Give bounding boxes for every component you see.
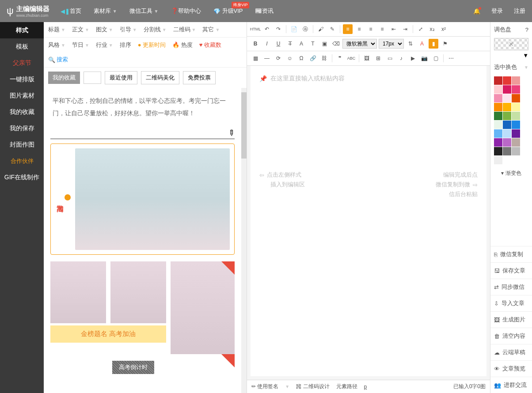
- filter-industry[interactable]: 行业 ▼: [96, 41, 113, 49]
- align-right-icon[interactable]: ≡: [366, 24, 376, 34]
- color-swatch[interactable]: [494, 94, 502, 102]
- color-swatch[interactable]: [512, 138, 520, 147]
- new-doc-icon[interactable]: 📄: [289, 24, 299, 34]
- pen-icon[interactable]: ✎: [327, 24, 337, 34]
- strike-icon[interactable]: T̶: [285, 39, 295, 49]
- action-生成图片[interactable]: 🖼生成图片: [490, 311, 532, 328]
- expand-icon[interactable]: ⤢: [416, 24, 426, 34]
- text-color-icon[interactable]: A: [417, 39, 427, 49]
- register-link[interactable]: 注册: [514, 7, 525, 15]
- sidebar-item-partners[interactable]: 合作伙伴: [0, 153, 44, 169]
- color-swatch[interactable]: [494, 103, 502, 111]
- color-swatch[interactable]: [494, 147, 502, 155]
- editor-content[interactable]: 📌在这里直接输入或粘贴内容 ⇦点击左侧样式 插入到编辑区 编辑完成后点 微信复制…: [251, 66, 486, 376]
- footer-path[interactable]: p: [364, 384, 367, 390]
- action-导入文章[interactable]: ⇩导入文章: [490, 295, 532, 311]
- italic-icon[interactable]: I: [262, 39, 272, 49]
- filter-title[interactable]: 标题 ▼: [48, 26, 65, 34]
- nav-home[interactable]: 首页: [70, 7, 81, 15]
- action-微信复制[interactable]: ⎘微信复制: [490, 246, 532, 262]
- material-thumb[interactable]: [110, 261, 166, 323]
- transparent-swatch[interactable]: [494, 38, 528, 50]
- audio-icon[interactable]: ♪: [396, 53, 406, 63]
- logo[interactable]: ψ 主编编辑器 www.zhubian.com: [7, 5, 49, 18]
- color-swatch[interactable]: [503, 103, 511, 111]
- sort-favs[interactable]: ♥ 收藏数: [199, 41, 221, 49]
- color-swatch[interactable]: [494, 85, 502, 94]
- material-thumb[interactable]: [50, 261, 106, 323]
- indent-right-icon[interactable]: ⇥: [400, 24, 410, 34]
- color-swatch[interactable]: [512, 129, 520, 138]
- nav-news[interactable]: 📰资讯: [255, 7, 274, 15]
- color-swatch[interactable]: [512, 76, 520, 85]
- sub-icon[interactable]: x₂: [427, 24, 437, 34]
- align-justify-icon[interactable]: ≡: [377, 24, 387, 34]
- color-swatch[interactable]: [512, 147, 520, 155]
- filter-holiday[interactable]: 节日 ▼: [72, 41, 89, 49]
- abc-icon[interactable]: ABC: [346, 53, 356, 63]
- color-swatch[interactable]: [503, 121, 511, 129]
- undo-icon[interactable]: ↶: [262, 24, 272, 34]
- color-swatch[interactable]: [494, 112, 502, 120]
- sidebar-item-template[interactable]: 模板: [0, 38, 44, 55]
- highlight-icon[interactable]: ▮: [429, 39, 438, 49]
- sidebar-item-gif[interactable]: GIF在线制作: [0, 169, 44, 185]
- sidebar-item-fathers-day[interactable]: 父亲节: [0, 55, 44, 71]
- flag-icon[interactable]: ⚑: [440, 39, 450, 49]
- sup-icon[interactable]: x²: [439, 24, 448, 34]
- font-size-icon[interactable]: T: [308, 39, 318, 49]
- login-link[interactable]: 登录: [491, 7, 503, 15]
- underline-icon[interactable]: U: [274, 39, 283, 49]
- clear-icon[interactable]: ⌫: [331, 39, 341, 49]
- action-文章预览[interactable]: 👁文章预览: [490, 360, 532, 377]
- color-swatch[interactable]: [503, 138, 511, 147]
- color-swatch[interactable]: [512, 121, 520, 129]
- color-swatch[interactable]: [512, 103, 520, 111]
- filter-other[interactable]: 其它 ▼: [202, 26, 220, 34]
- indent-left-icon[interactable]: ⇤: [389, 24, 399, 34]
- tag-recent[interactable]: 最近使用: [105, 71, 137, 84]
- symbol-icon[interactable]: Ω: [296, 53, 306, 63]
- hr-icon[interactable]: —: [262, 53, 272, 63]
- color-swatch[interactable]: [512, 112, 520, 120]
- color-swatch[interactable]: [494, 129, 502, 138]
- unlink-icon[interactable]: ⛓: [319, 53, 329, 63]
- html-button[interactable]: HTML: [251, 24, 260, 34]
- sidebar-item-saved[interactable]: 我的保存: [0, 120, 44, 136]
- nav-wechat-tools[interactable]: 微信工具▼: [129, 7, 159, 15]
- gradient-link[interactable]: ▾ 渐变色: [490, 166, 532, 181]
- gallery-icon[interactable]: ⊞: [373, 53, 383, 63]
- video-icon[interactable]: ▶: [408, 53, 418, 63]
- material-banner[interactable]: 金榜题名 高考加油: [50, 325, 166, 343]
- nav-toggle-icon[interactable]: ◀❚: [61, 8, 70, 15]
- emoji-icon[interactable]: ☺: [285, 53, 295, 63]
- char-icon[interactable]: ⓐ: [300, 24, 310, 34]
- color-swatch[interactable]: [494, 121, 502, 129]
- quote-icon[interactable]: ❞: [335, 53, 345, 63]
- material-countdown[interactable]: 高考倒计时: [112, 361, 154, 374]
- tag-qr-beautify[interactable]: 二维码美化: [141, 71, 179, 84]
- sidebar-item-images[interactable]: 图片素材: [0, 87, 44, 104]
- material-thumb-tall[interactable]: [171, 261, 235, 354]
- color-swatch[interactable]: [512, 85, 520, 94]
- more-icon[interactable]: ⋯: [446, 53, 456, 63]
- tag-favorites[interactable]: 我的收藏: [48, 72, 80, 84]
- brush-icon[interactable]: 🖌: [316, 24, 326, 34]
- sort-updated[interactable]: ● 更新时间: [138, 41, 166, 49]
- sidebar-item-style[interactable]: 样式: [0, 22, 44, 38]
- sidebar-item-layout[interactable]: 一键排版: [0, 71, 44, 87]
- camera-icon[interactable]: 📷: [419, 53, 429, 63]
- bg-color-icon[interactable]: ▣: [319, 39, 329, 49]
- nav-materials[interactable]: 素材库▼: [94, 7, 117, 15]
- color-swatch[interactable]: [494, 156, 502, 164]
- tv-icon[interactable]: ▢: [431, 53, 441, 63]
- tag-input[interactable]: [84, 72, 101, 84]
- search-link[interactable]: 🔍 搜索: [48, 56, 68, 64]
- action-进群交流[interactable]: 👥进群交流: [490, 377, 532, 393]
- color-swatch[interactable]: [503, 129, 511, 138]
- nav-upgrade-vip[interactable]: 💎 升级VIP终身VIP: [213, 7, 243, 15]
- material-text[interactable]: 平和下心态，控制自己的情绪，以平常心态应考。考完一门忘一门，让自己尽量放松，好好…: [50, 92, 235, 121]
- font-size-select[interactable]: 17px: [379, 39, 404, 49]
- color-swatch[interactable]: [503, 76, 511, 85]
- filter-style[interactable]: 风格 ▼: [48, 41, 65, 49]
